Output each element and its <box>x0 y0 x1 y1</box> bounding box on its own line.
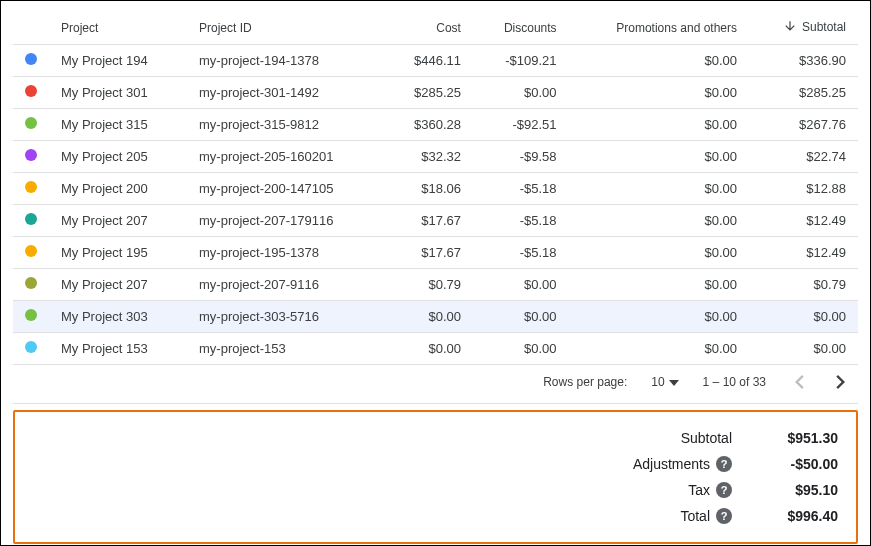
table-row[interactable]: My Project 207my-project-207-179116$17.6… <box>13 205 858 237</box>
project-id-cell: my-project-207-179116 <box>187 205 384 237</box>
table-row[interactable]: My Project 207my-project-207-9116$0.79$0… <box>13 269 858 301</box>
table-row[interactable]: My Project 301my-project-301-1492$285.25… <box>13 77 858 109</box>
promotions-cell: $0.00 <box>569 333 749 365</box>
table-header-row: Project Project ID Cost Discounts Promot… <box>13 11 858 45</box>
subtotal-cell: $0.79 <box>749 269 858 301</box>
col-subtotal-label: Subtotal <box>802 20 846 34</box>
project-cell: My Project 315 <box>49 109 187 141</box>
promotions-cell: $0.00 <box>569 45 749 77</box>
subtotal-cell: $0.00 <box>749 301 858 333</box>
col-cost[interactable]: Cost <box>384 11 473 45</box>
cost-cell: $17.67 <box>384 237 473 269</box>
discounts-cell: -$5.18 <box>473 237 569 269</box>
totals-subtotal-row: Subtotal $951.30 <box>538 430 838 446</box>
color-dot <box>25 117 37 129</box>
totals-adjustments-row: Adjustments ? -$50.00 <box>538 456 838 472</box>
subtotal-cell: $267.76 <box>749 109 858 141</box>
color-dot-cell <box>13 109 49 141</box>
color-dot-cell <box>13 173 49 205</box>
totals-tax-value: $95.10 <box>748 482 838 498</box>
color-dot <box>25 181 37 193</box>
color-dot-cell <box>13 269 49 301</box>
discounts-cell: -$92.51 <box>473 109 569 141</box>
pagination-range: 1 – 10 of 33 <box>703 375 766 389</box>
table-row[interactable]: My Project 315my-project-315-9812$360.28… <box>13 109 858 141</box>
totals-adjustments-label: Adjustments <box>633 456 710 472</box>
subtotal-cell: $285.25 <box>749 77 858 109</box>
pagination-bar: Rows per page: 10 1 – 10 of 33 <box>13 365 858 404</box>
color-dot <box>25 277 37 289</box>
totals-total-value: $996.40 <box>748 508 838 524</box>
color-dot-cell <box>13 77 49 109</box>
rows-per-page-label: Rows per page: <box>543 375 627 389</box>
color-dot <box>25 53 37 65</box>
col-promotions[interactable]: Promotions and others <box>569 11 749 45</box>
table-row[interactable]: My Project 303my-project-303-5716$0.00$0… <box>13 301 858 333</box>
rows-per-page-select[interactable]: 10 <box>651 375 678 389</box>
discounts-cell: -$5.18 <box>473 173 569 205</box>
subtotal-cell: $22.74 <box>749 141 858 173</box>
next-page-button[interactable] <box>832 373 850 391</box>
help-icon[interactable]: ? <box>716 482 732 498</box>
subtotal-cell: $12.49 <box>749 205 858 237</box>
totals-tax-row: Tax ? $95.10 <box>538 482 838 498</box>
cost-cell: $0.79 <box>384 269 473 301</box>
col-subtotal[interactable]: Subtotal <box>749 11 858 45</box>
cost-cell: $32.32 <box>384 141 473 173</box>
project-id-cell: my-project-301-1492 <box>187 77 384 109</box>
totals-subtotal-label: Subtotal <box>681 430 732 446</box>
project-cell: My Project 153 <box>49 333 187 365</box>
totals-tax-label: Tax <box>688 482 710 498</box>
project-id-cell: my-project-153 <box>187 333 384 365</box>
totals-total-label: Total <box>680 508 710 524</box>
project-id-cell: my-project-194-1378 <box>187 45 384 77</box>
totals-total-row: Total ? $996.40 <box>538 508 838 524</box>
cost-cell: $360.28 <box>384 109 473 141</box>
discounts-cell: $0.00 <box>473 301 569 333</box>
subtotal-cell: $12.49 <box>749 237 858 269</box>
cost-cell: $446.11 <box>384 45 473 77</box>
table-row[interactable]: My Project 153my-project-153$0.00$0.00$0… <box>13 333 858 365</box>
subtotal-cell: $12.88 <box>749 173 858 205</box>
project-cell: My Project 207 <box>49 205 187 237</box>
color-dot <box>25 245 37 257</box>
color-dot <box>25 85 37 97</box>
cost-cell: $0.00 <box>384 301 473 333</box>
color-dot <box>25 341 37 353</box>
table-row[interactable]: My Project 194my-project-194-1378$446.11… <box>13 45 858 77</box>
table-row[interactable]: My Project 195my-project-195-1378$17.67-… <box>13 237 858 269</box>
promotions-cell: $0.00 <box>569 237 749 269</box>
color-dot-cell <box>13 45 49 77</box>
prev-page-button[interactable] <box>790 373 808 391</box>
rows-per-page-value: 10 <box>651 375 664 389</box>
project-id-cell: my-project-195-1378 <box>187 237 384 269</box>
promotions-cell: $0.00 <box>569 269 749 301</box>
col-discounts[interactable]: Discounts <box>473 11 569 45</box>
color-dot-cell <box>13 205 49 237</box>
subtotal-cell: $0.00 <box>749 333 858 365</box>
project-id-cell: my-project-315-9812 <box>187 109 384 141</box>
project-cell: My Project 194 <box>49 45 187 77</box>
project-cell: My Project 195 <box>49 237 187 269</box>
color-dot <box>25 149 37 161</box>
table-row[interactable]: My Project 205my-project-205-160201$32.3… <box>13 141 858 173</box>
col-dot <box>13 11 49 45</box>
project-id-cell: my-project-205-160201 <box>187 141 384 173</box>
promotions-cell: $0.00 <box>569 77 749 109</box>
discounts-cell: -$109.21 <box>473 45 569 77</box>
project-id-cell: my-project-303-5716 <box>187 301 384 333</box>
discounts-cell: -$5.18 <box>473 205 569 237</box>
table-row[interactable]: My Project 200my-project-200-147105$18.0… <box>13 173 858 205</box>
discounts-cell: $0.00 <box>473 333 569 365</box>
arrow-down-icon <box>783 19 797 36</box>
help-icon[interactable]: ? <box>716 456 732 472</box>
project-cell: My Project 301 <box>49 77 187 109</box>
help-icon[interactable]: ? <box>716 508 732 524</box>
color-dot-cell <box>13 333 49 365</box>
col-project[interactable]: Project <box>49 11 187 45</box>
color-dot <box>25 309 37 321</box>
color-dot <box>25 213 37 225</box>
cost-cell: $285.25 <box>384 77 473 109</box>
project-id-cell: my-project-207-9116 <box>187 269 384 301</box>
col-project-id[interactable]: Project ID <box>187 11 384 45</box>
